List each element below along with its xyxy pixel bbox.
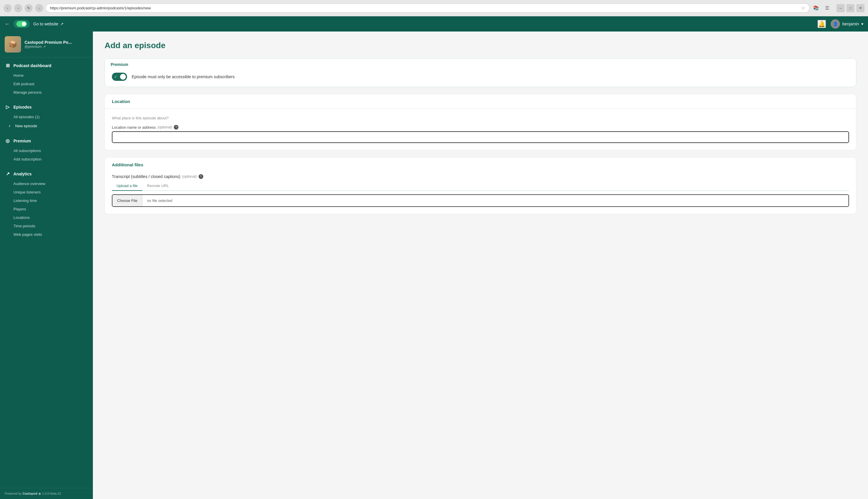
sidebar-item-manage-persons[interactable]: Manage persons	[0, 88, 93, 97]
sidebar-item-new-episode[interactable]: New episode	[0, 121, 93, 131]
restore-button[interactable]: □	[846, 4, 855, 12]
sidebar-item-home[interactable]: Home	[0, 71, 93, 80]
notifications-button[interactable]: 🔔	[818, 20, 826, 28]
additional-files-header: Additional files	[105, 158, 856, 167]
url-text: https://premium.podcast/cp-admin/podcast…	[50, 6, 799, 10]
location-card-body: What place is this episode about? Locati…	[105, 109, 856, 150]
close-button[interactable]: ✕	[856, 4, 865, 12]
sidebar-section-episodes: ▷ Episodes All episodes (1) New episode	[0, 99, 93, 133]
app-back-button[interactable]: ←	[5, 21, 10, 27]
premium-card-label: Premium	[105, 59, 856, 67]
sidebar-section-header-analytics[interactable]: ↗ Analytics	[0, 168, 93, 180]
footer-icon: ◉	[38, 492, 41, 495]
toggle-background: ✓	[112, 73, 127, 81]
toggle-area	[13, 20, 30, 28]
window-controls: ─ □ ✕	[836, 4, 865, 12]
url-bar[interactable]: https://premium.podcast/cp-admin/podcast…	[46, 3, 810, 13]
tab-upload-file[interactable]: Upload a file	[112, 181, 142, 191]
analytics-icon: ↗	[5, 171, 11, 177]
choose-file-button[interactable]: Choose File	[112, 195, 142, 206]
site-toggle[interactable]	[16, 21, 27, 27]
location-input[interactable]	[112, 131, 849, 143]
premium-toggle-text: Episode must only be accessible to premi…	[132, 74, 235, 79]
podcast-external-icon: ↗	[43, 45, 46, 49]
transcript-optional-label: (optional)	[182, 174, 197, 179]
sidebar-item-all-episodes[interactable]: All episodes (1)	[0, 113, 93, 121]
sidebar-item-edit-podcast[interactable]: Edit podcast	[0, 80, 93, 88]
additional-files-body: Transcript (subtitles / closed captions)…	[105, 167, 856, 214]
podcast-header: 📦 Castopod Premium Po... @premium ↗	[0, 32, 93, 58]
additional-files-title: Additional files	[112, 162, 143, 167]
forward-button[interactable]: ›	[14, 4, 22, 12]
sidebar-item-time-periods[interactable]: Time periods	[0, 222, 93, 230]
goto-website-link[interactable]: Go to website ↗	[33, 22, 64, 26]
library-button[interactable]: 📚	[812, 4, 820, 12]
sidebar-section-premium: ◎ Premium All subscriptions Add subscrip…	[0, 133, 93, 166]
location-optional-label: (optional)	[157, 125, 172, 129]
sidebar: 📦 Castopod Premium Po... @premium ↗ ⊞ Po…	[0, 32, 93, 499]
menu-button[interactable]: ☰	[823, 4, 831, 12]
footer-brand: Castopod	[23, 492, 37, 495]
premium-icon: ◎	[5, 138, 11, 144]
podcast-info: Castopod Premium Po... @premium ↗	[25, 40, 88, 49]
sidebar-section-dashboard: ⊞ Podcast dashboard Home Edit podcast Ma…	[0, 58, 93, 99]
back-button[interactable]: ‹	[3, 4, 12, 12]
toggle-knob	[120, 74, 126, 80]
location-card: Location What place is this episode abou…	[105, 94, 856, 150]
minimize-button[interactable]: ─	[836, 4, 845, 12]
sidebar-item-unique-listeners[interactable]: Unique listeners	[0, 188, 93, 196]
user-avatar: 👤	[831, 19, 840, 28]
sidebar-footer: Powered by Castopod ◉ 1.0.0-beta.22	[0, 488, 93, 499]
footer-version: 1.0.0-beta.22	[42, 492, 61, 495]
sidebar-item-listening-time[interactable]: Listening time	[0, 196, 93, 205]
bookmark-icon: ☆	[801, 5, 805, 11]
additional-files-card: Additional files Transcript (subtitles /…	[105, 157, 856, 214]
dashboard-icon: ⊞	[5, 63, 11, 68]
premium-card-body: ✓ Episode must only be accessible to pre…	[105, 67, 856, 87]
transcript-tabs: Upload a file Remote URL	[112, 181, 849, 191]
main-layout: 📦 Castopod Premium Po... @premium ↗ ⊞ Po…	[0, 32, 868, 499]
premium-card: Premium ✓ Episode must only be accessibl…	[105, 58, 856, 87]
sidebar-section-header-dashboard[interactable]: ⊞ Podcast dashboard	[0, 60, 93, 71]
dashboard-label: Podcast dashboard	[13, 63, 51, 68]
page-title: Add an episode	[105, 41, 856, 50]
location-card-header: Location	[105, 94, 856, 109]
app-container: ← Go to website ↗ 🔔 👤 benjamin ▾ 📦	[0, 16, 868, 499]
browser-chrome: ‹ › ↻ ⌂ https://premium.podcast/cp-admin…	[0, 0, 868, 16]
user-menu[interactable]: 👤 benjamin ▾	[831, 19, 863, 28]
file-upload-area: Choose File no file selected	[112, 194, 849, 207]
sidebar-item-audience-overview[interactable]: Audience overview	[0, 180, 93, 188]
tab-remote-url[interactable]: Remote URL	[142, 181, 174, 191]
sidebar-item-locations[interactable]: Locations	[0, 213, 93, 222]
sidebar-section-header-premium[interactable]: ◎ Premium	[0, 135, 93, 146]
premium-sidebar-label: Premium	[13, 138, 31, 143]
goto-website-label: Go to website	[33, 22, 58, 26]
location-hint: What place is this episode about?	[112, 116, 849, 120]
premium-toggle[interactable]: ✓	[112, 73, 127, 81]
podcast-thumb-image: 📦	[5, 36, 21, 52]
file-name-label: no file selected	[142, 195, 177, 206]
home-button[interactable]: ⌂	[35, 4, 43, 12]
top-bar-left: ← Go to website ↗	[5, 20, 64, 28]
content-area: Add an episode Premium ✓ Episode must on…	[93, 32, 868, 499]
location-help-icon[interactable]: ?	[174, 125, 178, 130]
reload-button[interactable]: ↻	[25, 4, 33, 12]
transcript-field-label: Transcript (subtitles / closed captions)…	[112, 174, 849, 179]
top-bar: ← Go to website ↗ 🔔 👤 benjamin ▾	[0, 16, 868, 32]
analytics-sidebar-label: Analytics	[13, 172, 32, 176]
user-name: benjamin	[842, 22, 859, 26]
user-chevron-icon: ▾	[861, 22, 863, 26]
sidebar-item-add-subscription[interactable]: Add subscription	[0, 155, 93, 163]
sidebar-item-web-pages-visits[interactable]: Web pages visits	[0, 230, 93, 239]
sidebar-section-header-episodes[interactable]: ▷ Episodes	[0, 101, 93, 113]
episodes-icon: ▷	[5, 104, 11, 110]
podcast-name: Castopod Premium Po...	[25, 40, 88, 45]
podcast-thumbnail: 📦	[5, 36, 21, 52]
sidebar-item-all-subscriptions[interactable]: All subscriptions	[0, 146, 93, 155]
transcript-help-icon[interactable]: ?	[199, 174, 203, 179]
sidebar-section-analytics: ↗ Analytics Audience overview Unique lis…	[0, 166, 93, 241]
sidebar-item-players[interactable]: Players	[0, 205, 93, 213]
browser-right-icons: 📚 ☰ ─ □ ✕	[812, 4, 865, 12]
episodes-label: Episodes	[13, 105, 32, 109]
toggle-check-icon: ✓	[114, 75, 117, 79]
